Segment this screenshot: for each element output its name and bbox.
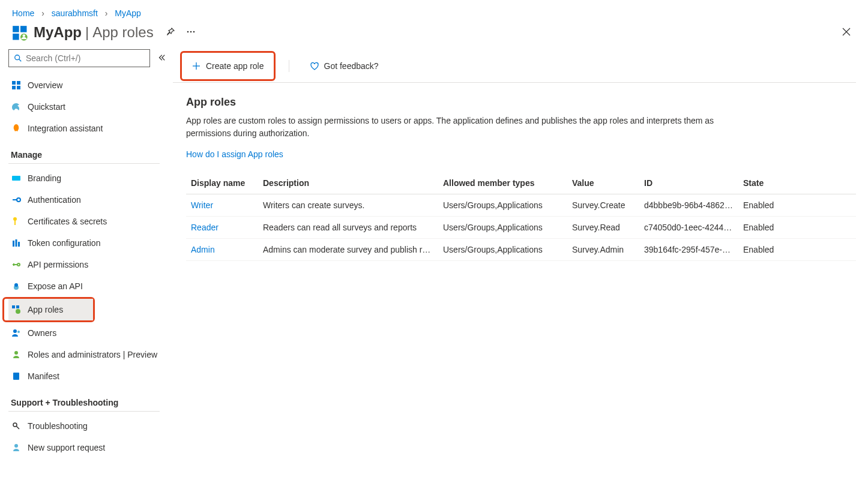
sidebar-item-label: Roles and administrators | Preview — [28, 350, 157, 359]
svg-rect-22 — [18, 242, 20, 247]
cell-name[interactable]: Admin — [186, 239, 258, 261]
svg-rect-14 — [12, 86, 16, 89]
more-icon[interactable] — [186, 27, 196, 38]
cell-desc: Writers can create surveys. — [258, 194, 438, 217]
th-display-name[interactable]: Display name — [186, 172, 258, 194]
table-row[interactable]: AdminAdmins can moderate survey and publ… — [186, 239, 856, 261]
sidebar-item-integration[interactable]: Integration assistant — [8, 118, 173, 139]
page-subtitle: App roles — [92, 24, 153, 41]
heart-icon — [310, 61, 319, 71]
cell-types: Users/Groups,Applications — [438, 194, 567, 217]
breadcrumb: Home › saurabhmsft › MyApp — [0, 0, 868, 22]
cell-state: Enabled — [738, 194, 856, 217]
svg-rect-13 — [17, 81, 20, 85]
sidebar-item-expose-api[interactable]: Expose an API — [8, 275, 173, 297]
table-row[interactable]: WriterWriters can create surveys.Users/G… — [186, 194, 856, 217]
sidebar-item-label: Quickstart — [28, 102, 65, 112]
sidebar-item-label: Expose an API — [28, 281, 83, 291]
svg-point-24 — [14, 283, 18, 287]
svg-rect-12 — [12, 81, 16, 85]
svg-line-11 — [19, 59, 22, 62]
th-value[interactable]: Value — [567, 172, 639, 194]
expose-icon — [11, 281, 22, 291]
svg-point-33 — [14, 444, 18, 448]
owners-icon — [11, 328, 22, 338]
svg-rect-15 — [17, 86, 20, 89]
cell-desc: Readers can read all surveys and reports — [258, 217, 438, 239]
svg-rect-31 — [13, 373, 19, 380]
cell-state: Enabled — [738, 239, 856, 261]
toolbar: Create app role Got feedback? — [173, 49, 856, 83]
sidebar-item-support-request[interactable]: New support request — [8, 437, 173, 458]
pin-icon[interactable] — [166, 27, 175, 38]
sidebar-item-roles-admins[interactable]: Roles and administrators | Preview — [8, 344, 173, 365]
breadcrumb-home[interactable]: Home — [12, 8, 34, 18]
title-divider: | — [85, 24, 89, 41]
cell-name[interactable]: Reader — [186, 217, 258, 239]
sidebar-item-api-permissions[interactable]: API permissions — [8, 254, 173, 275]
search-box[interactable] — [8, 49, 150, 67]
svg-rect-0 — [13, 26, 19, 32]
sidebar-item-app-roles[interactable]: App roles — [8, 299, 93, 320]
th-state[interactable]: State — [738, 172, 856, 194]
quickstart-icon — [11, 102, 22, 112]
breadcrumb-sep: › — [105, 8, 108, 18]
overview-icon — [11, 80, 22, 90]
cell-state: Enabled — [738, 217, 856, 239]
highlight-app-roles: App roles — [2, 297, 95, 322]
svg-rect-2 — [13, 34, 19, 40]
svg-point-29 — [17, 331, 20, 333]
toolbar-separator — [289, 60, 289, 72]
branding-icon — [11, 173, 22, 183]
sidebar-item-label: Manifest — [28, 371, 59, 381]
troubleshoot-icon — [11, 421, 22, 431]
sidebar-item-overview[interactable]: Overview — [8, 74, 173, 96]
svg-point-4 — [23, 34, 26, 37]
svg-rect-20 — [13, 241, 14, 247]
sidebar-item-label: Troubleshooting — [28, 421, 88, 431]
sidebar-item-label: Token configuration — [28, 238, 100, 248]
sidebar-heading-support: Support + Troubleshooting — [8, 387, 160, 412]
sidebar-item-token[interactable]: Token configuration — [8, 232, 173, 254]
token-icon — [11, 238, 22, 248]
cell-id: c74050d0-1eec-4244-a... — [639, 217, 738, 239]
sidebar-item-manifest[interactable]: Manifest — [8, 365, 173, 387]
breadcrumb-app[interactable]: MyApp — [115, 8, 141, 18]
search-icon — [14, 54, 22, 62]
svg-point-6 — [190, 31, 191, 32]
cell-id: d4bbbe9b-96b4-4862-... — [639, 194, 738, 217]
sidebar: Overview Quickstart Integration assistan… — [0, 49, 173, 458]
feedback-button[interactable]: Got feedback? — [303, 55, 386, 77]
assign-roles-link[interactable]: How do I assign App roles — [186, 149, 283, 159]
svg-point-17 — [17, 198, 20, 202]
collapse-sidebar-icon[interactable] — [157, 53, 166, 64]
app-registration-icon — [12, 25, 26, 40]
sidebar-item-label: Certificates & secrets — [28, 217, 107, 226]
manifest-icon — [11, 371, 22, 381]
sidebar-item-label: New support request — [28, 443, 105, 452]
breadcrumb-user[interactable]: saurabhmsft — [52, 8, 98, 18]
close-icon[interactable] — [842, 27, 856, 38]
sidebar-item-troubleshooting[interactable]: Troubleshooting — [8, 415, 173, 437]
cell-name[interactable]: Writer — [186, 194, 258, 217]
sidebar-item-quickstart[interactable]: Quickstart — [8, 96, 173, 118]
cell-value: Survey.Admin — [567, 239, 639, 261]
breadcrumb-sep: › — [41, 8, 44, 18]
sidebar-item-certificates[interactable]: Certificates & secrets — [8, 211, 173, 232]
th-id[interactable]: ID — [639, 172, 738, 194]
svg-rect-26 — [16, 305, 19, 308]
th-description[interactable]: Description — [258, 172, 438, 194]
th-member-types[interactable]: Allowed member types — [438, 172, 567, 194]
search-input[interactable] — [26, 53, 145, 63]
svg-point-5 — [187, 31, 188, 32]
cell-desc: Admins can moderate survey and publish r… — [258, 239, 438, 261]
sidebar-item-authentication[interactable]: Authentication — [8, 189, 173, 211]
key-icon — [11, 217, 22, 226]
sidebar-item-branding[interactable]: Branding — [8, 167, 173, 189]
svg-point-30 — [14, 351, 18, 355]
create-app-role-button[interactable]: Create app role — [184, 55, 271, 77]
sidebar-item-owners[interactable]: Owners — [8, 322, 173, 344]
sidebar-item-label: Owners — [28, 328, 56, 338]
main-content: Create app role Got feedback? App roles … — [173, 49, 868, 458]
table-row[interactable]: ReaderReaders can read all surveys and r… — [186, 217, 856, 239]
